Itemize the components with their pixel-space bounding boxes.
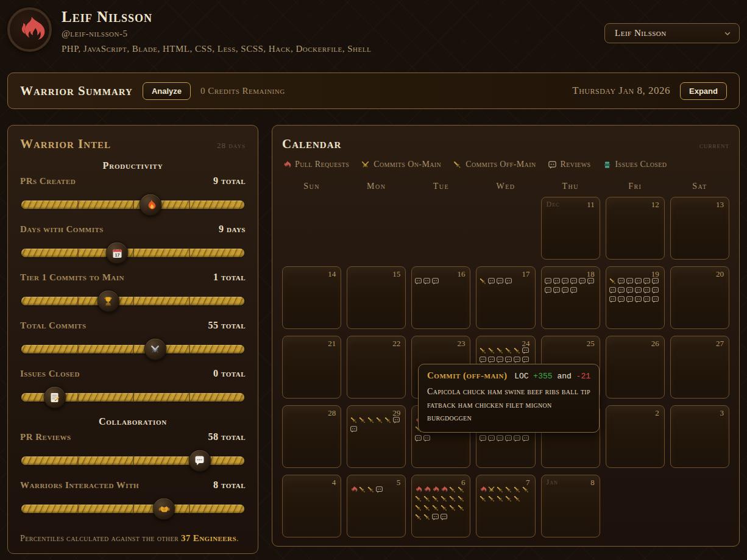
sword-icon (504, 486, 512, 494)
sword-icon (496, 347, 504, 355)
day-cell[interactable]: 12 (606, 197, 665, 260)
analyze-button[interactable]: Analyze (143, 82, 191, 100)
calendar-knob-icon: 17 (111, 247, 123, 259)
review-icon (548, 160, 557, 169)
review-icon (617, 277, 625, 285)
day-cell[interactable]: 2 (606, 405, 665, 468)
metric-value: 8 total (213, 480, 246, 491)
day-cell[interactable]: 21 (282, 336, 341, 399)
day-number: 21 (328, 339, 336, 349)
review-icon (561, 286, 569, 294)
metric-value: 1 total (213, 272, 246, 283)
review-icon (423, 277, 431, 285)
percentile-slider (21, 456, 244, 465)
empty-day-slot (411, 197, 470, 260)
day-cell[interactable]: 22 (347, 336, 406, 399)
day-cell[interactable]: 16 (411, 266, 470, 329)
review-icon (431, 513, 439, 521)
slider-tick (189, 247, 190, 258)
profile-handle: @leif-nilsson-5 (62, 29, 371, 39)
day-number: 28 (328, 408, 336, 418)
loc-added: +355 (533, 372, 552, 381)
memo-knob-icon (49, 391, 61, 403)
review-icon (350, 425, 358, 433)
day-cell[interactable]: 6 (411, 475, 470, 537)
day-cell[interactable]: 15 (347, 266, 406, 329)
metric-row: Total Commits55 total (20, 320, 246, 331)
trophy-knob-icon (102, 295, 115, 307)
review-icon (651, 286, 659, 294)
slider-knob[interactable] (43, 386, 66, 409)
day-number: 8 (590, 478, 595, 487)
day-cell[interactable]: 29 (347, 405, 406, 468)
day-cell[interactable]: 17 (476, 266, 535, 329)
expand-button[interactable]: Expand (680, 82, 727, 100)
slider-knob[interactable]: 17 (106, 242, 129, 264)
percentile-slider (21, 345, 244, 353)
crossed-swords-icon (361, 160, 370, 169)
legend-item: Issues Closed (603, 160, 667, 169)
day-cell[interactable]: 18 (541, 266, 600, 329)
day-cell[interactable]: Dec11 (541, 197, 600, 260)
day-cell[interactable]: 28 (282, 405, 341, 468)
sword-icon (440, 495, 448, 503)
sword-icon (414, 513, 422, 521)
slider-tick (133, 247, 134, 258)
day-cell[interactable]: 7 (476, 475, 535, 537)
day-cell[interactable]: 20 (670, 266, 729, 329)
slider-knob[interactable] (153, 498, 175, 520)
slider-knob[interactable] (144, 338, 166, 361)
slider-knob[interactable] (140, 194, 162, 216)
day-activity-icons (544, 277, 597, 294)
profile-info: Leif Nilsson @leif-nilsson-5 PHP, JavaSc… (62, 7, 371, 54)
weekday-headers: SunMonTueWedThuFriSat (282, 182, 729, 191)
review-icon (643, 296, 651, 303)
review-icon (496, 277, 504, 285)
sword-icon (513, 486, 521, 494)
day-cell[interactable]: 26 (606, 336, 665, 399)
slider-tick (77, 392, 79, 403)
slider-tick (133, 344, 134, 355)
user-dropdown[interactable]: Leif Nilsson (604, 23, 740, 43)
weekday-header: Mon (347, 182, 406, 191)
flame-logo-icon (14, 14, 46, 46)
day-number: 12 (651, 200, 659, 210)
day-cell[interactable]: 3 (670, 405, 729, 468)
day-cell[interactable]: 5 (347, 475, 406, 537)
month-label: Jan (547, 478, 558, 487)
slider-tick (133, 199, 134, 210)
review-icon (626, 286, 634, 294)
day-cell[interactable]: 4 (282, 475, 341, 537)
warrior-intel-panel: Warrior Intel 28 days ProductivityPRs Cr… (7, 125, 258, 554)
slider-knob[interactable] (188, 450, 211, 472)
day-cell[interactable]: 19 (606, 266, 665, 329)
sword-icon (479, 277, 487, 285)
day-number: 25 (587, 339, 595, 349)
review-icon (570, 286, 578, 294)
review-icon (617, 286, 625, 294)
issues-closed-icon (603, 160, 612, 169)
weekday-header: Tue (411, 182, 470, 191)
sword-icon (457, 495, 465, 503)
day-cell[interactable]: 27 (670, 336, 729, 399)
handshake-knob-icon (158, 503, 170, 515)
legend-label: Commits On-Main (374, 160, 441, 169)
day-cell[interactable]: Jan8 (541, 475, 600, 537)
commit-tooltip: Commit (off-main) LOC +355 and -21 Capic… (418, 364, 600, 433)
slider-knob[interactable] (97, 290, 119, 313)
sword-icon (448, 504, 456, 512)
review-icon (504, 434, 512, 442)
review-icon (553, 277, 561, 285)
day-number: 14 (328, 269, 336, 279)
slider-tick (77, 247, 79, 258)
day-cell[interactable]: 14 (282, 266, 341, 329)
day-cell[interactable]: 13 (670, 197, 729, 260)
day-number: 26 (651, 339, 659, 349)
legend-label: Reviews (561, 160, 591, 169)
sword-icon (375, 416, 383, 424)
loc-removed: -21 (576, 372, 590, 381)
sword-icon (423, 495, 431, 503)
review-icon (431, 277, 439, 285)
review-icon (609, 286, 617, 294)
fire-icon (282, 160, 291, 169)
